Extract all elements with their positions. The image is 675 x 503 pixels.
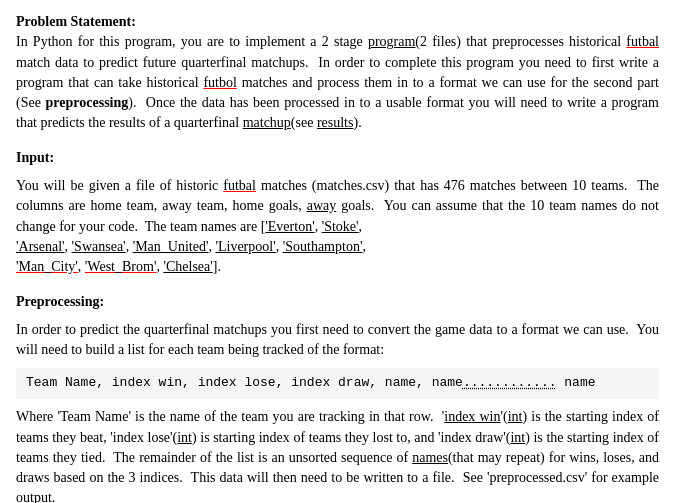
int-ref-3: int [510,430,525,445]
names-ref: names [412,450,448,465]
away-underline: away [307,198,337,213]
futbol-text: futbol [203,75,236,90]
man-united-name: 'Man_United' [133,239,209,254]
preprocessing-heading-paragraph: Preprocessing: [16,292,659,312]
stoke-name: 'Stoke' [322,219,359,234]
preprocessing-heading: Preprocessing: [16,294,104,309]
arsenal-name: 'Arsenal' [16,239,65,254]
preprocessing-paragraph1: In order to predict the quarterfinal mat… [16,320,659,361]
input-paragraph: You will be given a file of historic fut… [16,176,659,277]
document-container: Problem Statement: In Python for this pr… [16,12,659,503]
input-section: Input: You will be given a file of histo… [16,148,659,278]
futbal-text-2: futbal [223,178,256,193]
matchup-link: matchup [243,115,291,130]
team-label-code: Team Name, index win, index lose, index … [26,375,596,390]
int-ref-2: int [177,430,192,445]
preprocessing-section: Preprocessing: In order to predict the q… [16,292,659,503]
preprocessing-bold: preprocessing [46,95,129,110]
man-city-name: 'Man_City' [16,259,78,274]
int-ref-1: int [508,409,523,424]
preprocessing-paragraph2: Where 'Team Name' is the name of the tea… [16,407,659,503]
format-code-block: Team Name, index win, index lose, index … [16,368,659,399]
futbal-text-1: futbal [626,34,659,49]
everton-name: 'Everton' [265,219,314,234]
chelsea-name: 'Chelsea' [163,259,212,274]
west-brom-name: 'West_Brom' [85,259,157,274]
problem-statement-paragraph: Problem Statement: In Python for this pr… [16,12,659,134]
results-link: results [317,115,354,130]
swansea-name: 'Swansea' [72,239,126,254]
index-win-ref: index win [444,409,500,424]
problem-statement-section: Problem Statement: In Python for this pr… [16,12,659,134]
liverpool-name: 'Liverpool' [215,239,275,254]
program-link: program [368,34,415,49]
southampton-name: 'Southampton' [283,239,363,254]
input-heading-paragraph: Input: [16,148,659,168]
input-heading: Input: [16,150,54,165]
problem-statement-heading: Problem Statement: [16,14,136,29]
